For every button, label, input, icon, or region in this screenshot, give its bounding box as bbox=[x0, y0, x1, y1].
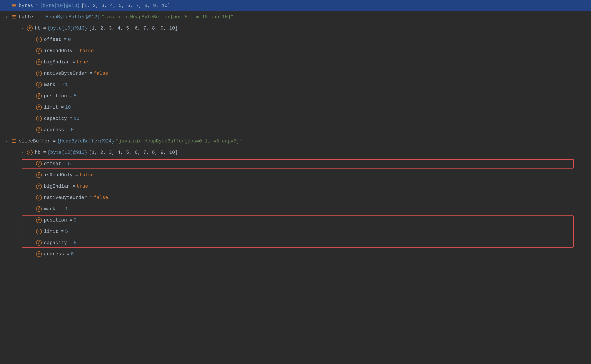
var-name: hb bbox=[35, 26, 40, 31]
var-value: 5 bbox=[74, 93, 77, 99]
field-icon: f bbox=[36, 229, 42, 234]
var-value: false bbox=[94, 195, 108, 201]
var-value: -1 bbox=[62, 82, 68, 88]
var-name: nativeByteOrder bbox=[44, 195, 87, 201]
var-value: false bbox=[94, 71, 108, 76]
var-name: bytes bbox=[19, 3, 33, 8]
var-name: bigEndian bbox=[44, 184, 70, 189]
list-icon bbox=[11, 138, 17, 144]
var-value: 5 bbox=[74, 240, 77, 246]
position-row-2[interactable]: f position = 0 bbox=[0, 214, 591, 226]
var-name: capacity bbox=[44, 240, 67, 246]
svg-rect-7 bbox=[12, 141, 16, 141]
address-row-2[interactable]: f address = 0 bbox=[0, 248, 591, 260]
isreadonly-row-1[interactable]: f isReadOnly = false bbox=[0, 45, 591, 57]
capacity-row-2[interactable]: f capacity = 5 bbox=[0, 237, 591, 248]
var-ref: {HeapByteBuffer@912} bbox=[43, 14, 100, 20]
bytes-row[interactable]: bytes = {byte[10]@913} [1, 2, 3, 4, 5, 6… bbox=[0, 0, 591, 11]
field-icon: f bbox=[27, 150, 33, 155]
field-icon: f bbox=[36, 116, 42, 121]
var-string: "java.nio.HeapByteBuffer[pos=0 lim=5 cap… bbox=[116, 139, 242, 144]
var-ref: {byte[10]@913} bbox=[40, 3, 80, 8]
var-name: address bbox=[44, 127, 64, 133]
field-icon: f bbox=[36, 161, 42, 167]
expand-icon[interactable] bbox=[3, 14, 10, 20]
var-ref: {HeapByteBuffer@924} bbox=[57, 139, 114, 144]
address-row-1[interactable]: f address = 0 bbox=[0, 124, 591, 136]
var-name: isReadOnly bbox=[44, 48, 73, 54]
var-name: sliceBuffer bbox=[19, 139, 50, 144]
var-value: 0 bbox=[71, 127, 74, 133]
expand-icon[interactable] bbox=[3, 3, 10, 9]
capacity-row-1[interactable]: f capacity = 10 bbox=[0, 113, 591, 124]
svg-rect-0 bbox=[12, 4, 16, 5]
field-icon: f bbox=[27, 26, 33, 31]
var-name: mark bbox=[44, 82, 55, 88]
svg-rect-2 bbox=[12, 6, 16, 7]
var-name: capacity bbox=[44, 116, 67, 121]
mark-row-2[interactable]: f mark = -1 bbox=[0, 203, 591, 214]
var-ref: {byte[10]@913} bbox=[47, 26, 88, 31]
field-icon: f bbox=[36, 93, 42, 99]
hb-row-2[interactable]: f hb = {byte[10]@913} [1, 2, 3, 4, 5, 6,… bbox=[0, 147, 591, 158]
debugger-panel: bytes = {byte[10]@913} [1, 2, 3, 4, 5, 6… bbox=[0, 0, 591, 364]
field-icon: f bbox=[36, 206, 42, 212]
var-name: limit bbox=[44, 105, 58, 110]
limit-row-1[interactable]: f limit = 10 bbox=[0, 102, 591, 113]
var-name: offset bbox=[44, 37, 61, 42]
list-icon bbox=[11, 3, 17, 8]
mark-row-1[interactable]: f mark = -1 bbox=[0, 79, 591, 90]
isreadonly-row-2[interactable]: f isReadOnly = false bbox=[0, 169, 591, 181]
bigendian-row-2[interactable]: f bigEndian = true bbox=[0, 181, 591, 192]
offset-row-2[interactable]: f offset = 5 bbox=[0, 158, 591, 169]
var-value: true bbox=[77, 59, 88, 65]
expand-icon[interactable] bbox=[20, 25, 26, 31]
field-icon: f bbox=[36, 251, 42, 257]
var-string: "java.nio.HeapByteBuffer[pos=5 lim=10 ca… bbox=[101, 14, 233, 20]
var-value: true bbox=[77, 184, 88, 189]
var-name: buffer bbox=[19, 14, 36, 20]
var-name: limit bbox=[44, 229, 58, 234]
buffer-row[interactable]: buffer = {HeapByteBuffer@912} "java.nio.… bbox=[0, 11, 591, 23]
field-icon: f bbox=[36, 48, 42, 54]
field-icon: f bbox=[36, 82, 42, 88]
nativebyteorder-row-1[interactable]: f nativeByteOrder = false bbox=[0, 68, 591, 79]
svg-rect-4 bbox=[12, 17, 16, 17]
field-icon: f bbox=[36, 37, 42, 42]
var-name: position bbox=[44, 218, 67, 223]
slicebuffer-row[interactable]: sliceBuffer = {HeapByteBuffer@924} "java… bbox=[0, 136, 591, 147]
field-icon: f bbox=[36, 240, 42, 246]
svg-rect-5 bbox=[12, 18, 16, 19]
var-name: hb bbox=[35, 150, 40, 155]
position-row-1[interactable]: f position = 5 bbox=[0, 90, 591, 102]
var-name: offset bbox=[44, 161, 61, 167]
offset-row-1[interactable]: f offset = 0 bbox=[0, 34, 591, 45]
var-name: position bbox=[44, 93, 67, 99]
var-name: bigEndian bbox=[44, 59, 70, 65]
var-value: 0 bbox=[71, 252, 74, 257]
var-value: [1, 2, 3, 4, 5, 6, 7, 8, 9, 10] bbox=[89, 26, 178, 31]
hb-row-1[interactable]: f hb = {byte[10]@913} [1, 2, 3, 4, 5, 6,… bbox=[0, 23, 591, 34]
field-icon: f bbox=[36, 217, 42, 223]
var-value: 5 bbox=[68, 161, 71, 167]
var-value: 5 bbox=[65, 229, 68, 234]
expand-icon[interactable] bbox=[20, 150, 26, 156]
var-name: mark bbox=[44, 206, 55, 212]
var-value: 10 bbox=[74, 116, 79, 121]
svg-rect-8 bbox=[12, 142, 16, 143]
var-value: 0 bbox=[68, 37, 71, 42]
field-icon: f bbox=[36, 104, 42, 110]
field-icon: f bbox=[36, 195, 42, 201]
pos-lim-cap-group: f position = 0 f limit = 5 f capacity = bbox=[0, 214, 591, 248]
limit-row-2[interactable]: f limit = 5 bbox=[0, 226, 591, 237]
var-value: false bbox=[79, 172, 94, 178]
var-value: [1, 2, 3, 4, 5, 6, 7, 8, 9, 10] bbox=[89, 150, 178, 155]
var-ref: {byte[10]@913} bbox=[47, 150, 88, 155]
field-icon: f bbox=[36, 183, 42, 189]
var-value: false bbox=[79, 48, 94, 54]
var-value: -1 bbox=[62, 206, 68, 212]
expand-icon[interactable] bbox=[3, 138, 10, 144]
svg-rect-1 bbox=[12, 5, 16, 6]
bigendian-row-1[interactable]: f bigEndian = true bbox=[0, 57, 591, 68]
nativebyteorder-row-2[interactable]: f nativeByteOrder = false bbox=[0, 192, 591, 203]
